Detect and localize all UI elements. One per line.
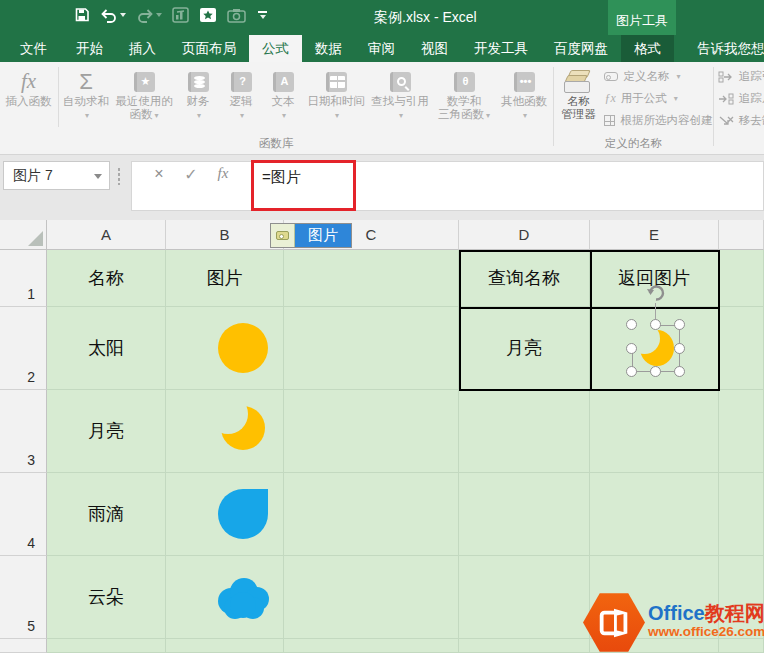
- insert-function-fx-icon[interactable]: fx: [212, 165, 234, 182]
- autosum-button[interactable]: Σ 自动求和 ▾: [60, 62, 112, 135]
- favorites-folder-icon[interactable]: [199, 7, 217, 23]
- tab-format[interactable]: 格式: [621, 35, 674, 62]
- cell-b3[interactable]: [166, 390, 284, 473]
- cell-a5[interactable]: 云朵: [47, 556, 166, 639]
- cell-f2[interactable]: [719, 307, 764, 390]
- column-header-b[interactable]: B: [166, 220, 284, 250]
- cell-f3[interactable]: [719, 390, 764, 473]
- column-header-e[interactable]: E: [590, 220, 719, 250]
- insert-function-button[interactable]: fx 插入函数: [0, 62, 57, 135]
- text-button[interactable]: A 文本 ▾: [262, 62, 304, 135]
- name-manager-button[interactable]: 名称 管理器: [554, 62, 602, 135]
- cell-c3[interactable]: [284, 390, 459, 473]
- cancel-icon[interactable]: ×: [148, 165, 170, 183]
- column-header-d[interactable]: D: [459, 220, 590, 250]
- formula-bar-drag-handle[interactable]: [117, 167, 121, 185]
- math-trig-button[interactable]: θ 数学和 三角函数▾: [432, 62, 496, 135]
- column-header-f-partial[interactable]: [719, 220, 764, 250]
- cell-a4[interactable]: 雨滴: [47, 473, 166, 556]
- tab-data[interactable]: 数据: [302, 35, 355, 62]
- row-header-2[interactable]: 2: [0, 307, 47, 390]
- cell-a6[interactable]: [47, 639, 166, 653]
- resize-handle[interactable]: [674, 319, 685, 330]
- cell-e3[interactable]: [590, 390, 719, 473]
- cell-d4[interactable]: [459, 473, 590, 556]
- cell-e4[interactable]: [590, 473, 719, 556]
- resize-handle[interactable]: [626, 343, 637, 354]
- cell-b5[interactable]: [166, 556, 284, 639]
- cell-c2[interactable]: [284, 307, 459, 390]
- row-header-1[interactable]: 1: [0, 250, 47, 307]
- cell-c1[interactable]: [284, 250, 459, 307]
- resize-handle[interactable]: [626, 366, 637, 377]
- more-functions-button[interactable]: ••• 其他函数 ▾: [496, 62, 552, 135]
- selected-moon-picture[interactable]: [632, 325, 680, 372]
- customize-qat-icon[interactable]: [258, 11, 267, 19]
- cloud-shape[interactable]: [213, 572, 273, 622]
- moon-shape[interactable]: [221, 406, 265, 450]
- cell-d3[interactable]: [459, 390, 590, 473]
- undo-icon[interactable]: [100, 8, 126, 23]
- cell-f1[interactable]: [719, 250, 764, 307]
- cell-e2[interactable]: [590, 307, 719, 390]
- cell-c5[interactable]: [284, 556, 459, 639]
- cell-b2[interactable]: [166, 307, 284, 390]
- cell-a3[interactable]: 月亮: [47, 390, 166, 473]
- tab-review[interactable]: 审阅: [355, 35, 408, 62]
- create-from-selection-button[interactable]: 根据所选内容创建: [604, 110, 712, 131]
- row-header-6-partial[interactable]: [0, 639, 47, 653]
- sun-shape[interactable]: [218, 323, 268, 373]
- cell-a1[interactable]: 名称: [47, 250, 166, 307]
- cell-c4[interactable]: [284, 473, 459, 556]
- logical-button[interactable]: ? 逻辑 ▾: [220, 62, 262, 135]
- resize-handle[interactable]: [674, 343, 685, 354]
- defined-name-label[interactable]: 图片: [270, 223, 352, 248]
- column-header-a[interactable]: A: [47, 220, 166, 250]
- row-header-5[interactable]: 5: [0, 556, 47, 639]
- cell-f4[interactable]: [719, 473, 764, 556]
- cell-b4[interactable]: [166, 473, 284, 556]
- text-function-icon: A: [273, 72, 294, 92]
- cell-b6[interactable]: [166, 639, 284, 653]
- resize-handle[interactable]: [650, 366, 661, 377]
- row-header-3[interactable]: 3: [0, 390, 47, 473]
- name-box[interactable]: 图片 7: [3, 161, 110, 190]
- cell-d6[interactable]: [459, 639, 590, 653]
- tell-me-box[interactable]: 告诉我您想: [690, 35, 764, 62]
- resize-handle[interactable]: [674, 366, 685, 377]
- save-icon[interactable]: [74, 7, 90, 23]
- cell-b1[interactable]: 图片: [166, 250, 284, 307]
- cell-d1[interactable]: 查询名称: [459, 250, 590, 307]
- recently-used-button[interactable]: ★ 最近使用的 函数▾: [112, 62, 176, 135]
- tab-page-layout[interactable]: 页面布局: [169, 35, 249, 62]
- enter-icon[interactable]: ✓: [180, 165, 202, 184]
- date-time-button[interactable]: 日期和时间 ▾: [304, 62, 368, 135]
- use-in-formula-button[interactable]: ƒx 用于公式▾: [604, 88, 712, 109]
- cell-d5[interactable]: [459, 556, 590, 639]
- formula-bar[interactable]: × ✓ fx =图片: [131, 161, 764, 211]
- lookup-reference-button[interactable]: 查找与引用 ▾: [368, 62, 432, 135]
- select-all-corner[interactable]: [0, 220, 47, 250]
- undo-dropdown-icon[interactable]: [120, 13, 126, 17]
- tab-formulas[interactable]: 公式: [249, 35, 302, 62]
- cell-d2[interactable]: 月亮: [459, 307, 590, 390]
- name-box-dropdown-icon[interactable]: [94, 174, 102, 179]
- trace-dependents-button[interactable]: 追踪从属单元格: [718, 88, 764, 109]
- resize-handle[interactable]: [626, 319, 637, 330]
- define-name-button[interactable]: 定义名称▾: [604, 66, 712, 87]
- financial-button[interactable]: 财务 ▾: [176, 62, 220, 135]
- row-header-4[interactable]: 4: [0, 473, 47, 556]
- resize-handle[interactable]: [650, 319, 661, 330]
- rotate-handle-icon[interactable]: [645, 282, 667, 304]
- tab-developer[interactable]: 开发工具: [461, 35, 541, 62]
- cell-c6[interactable]: [284, 639, 459, 653]
- tab-baidu-netdisk[interactable]: 百度网盘: [541, 35, 621, 62]
- trace-precedents-button[interactable]: 追踪引用单元格: [718, 66, 764, 87]
- remove-arrows-button[interactable]: 移去箭头: [718, 110, 764, 131]
- raindrop-shape[interactable]: [218, 489, 268, 539]
- cell-a2[interactable]: 太阳: [47, 307, 166, 390]
- tab-file[interactable]: 文件: [4, 35, 63, 62]
- tab-insert[interactable]: 插入: [116, 35, 169, 62]
- tab-view[interactable]: 视图: [408, 35, 461, 62]
- tab-home[interactable]: 开始: [63, 35, 116, 62]
